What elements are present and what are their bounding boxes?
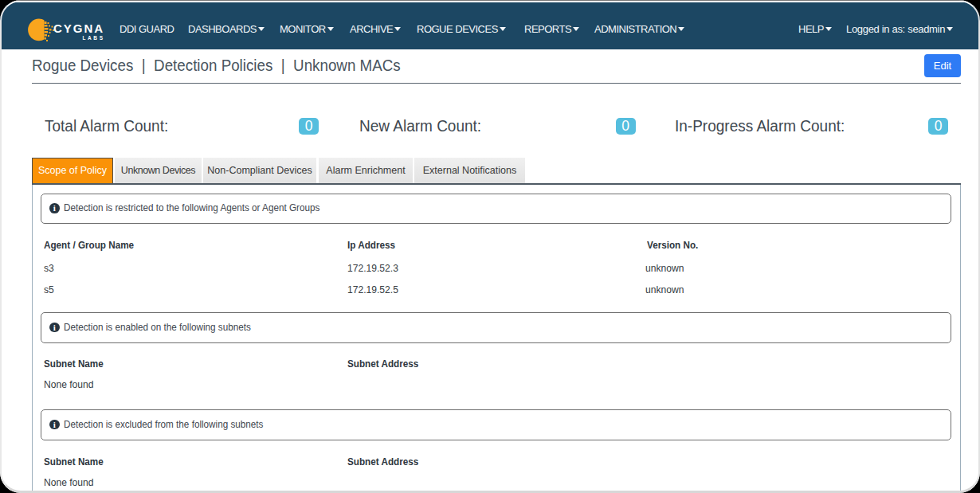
svg-text:LABS: LABS	[83, 35, 105, 41]
svg-text:CYGNA: CYGNA	[53, 22, 104, 35]
